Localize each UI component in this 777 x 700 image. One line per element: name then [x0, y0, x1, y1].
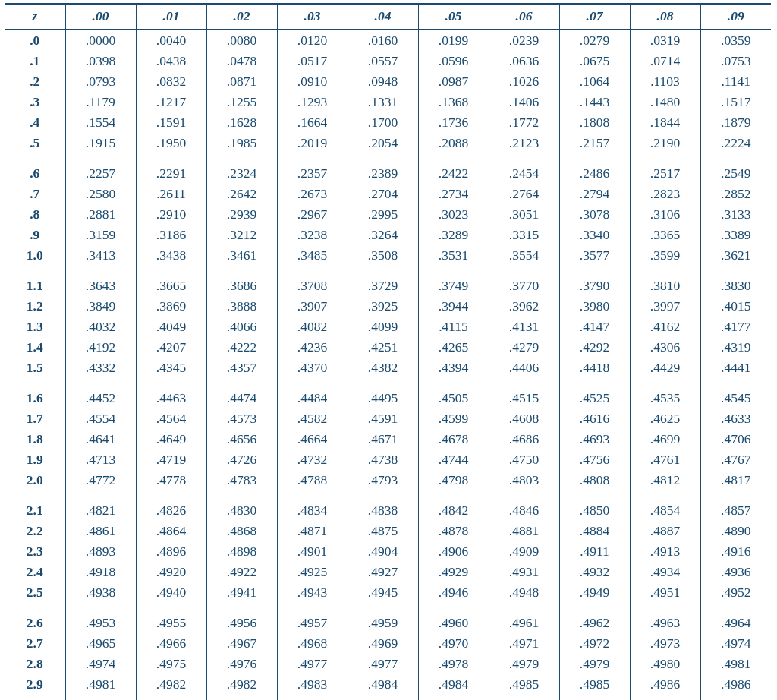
- column-header: .02: [206, 4, 277, 30]
- cell-value: .0517: [277, 51, 348, 71]
- cell-value: .1950: [136, 133, 206, 163]
- table-row: .1.0398.0438.0478.0517.0557.0596.0636.06…: [5, 51, 771, 71]
- cell-value: .2939: [206, 204, 277, 225]
- cell-value: .1368: [418, 92, 489, 112]
- table-row: 3.0.4987.4987.4987.4988.4988.4989.4989.4…: [5, 695, 771, 700]
- cell-value: .1628: [206, 112, 277, 133]
- cell-value: .0199: [418, 30, 489, 51]
- table-row: 1.9.4713.4719.4726.4732.4738.4744.4750.4…: [5, 449, 771, 470]
- cell-value: .4545: [700, 388, 771, 408]
- cell-value: .3485: [277, 245, 348, 276]
- cell-value: .4981: [700, 654, 771, 674]
- cell-value: .4812: [630, 470, 700, 500]
- cell-value: .4744: [418, 449, 489, 470]
- cell-value: .4554: [65, 408, 136, 429]
- cell-value: .3962: [489, 296, 559, 317]
- cell-value: .4962: [559, 613, 630, 633]
- cell-value: .4985: [559, 674, 630, 695]
- cell-value: .4988: [348, 695, 418, 700]
- cell-value: .4973: [630, 633, 700, 654]
- cell-value: .4441: [700, 358, 771, 388]
- table-row: .5.1915.1950.1985.2019.2054.2088.2123.21…: [5, 133, 771, 163]
- cell-value: .4292: [559, 337, 630, 358]
- cell-value: .3810: [630, 276, 700, 296]
- cell-value: .4699: [630, 429, 700, 449]
- cell-value: .4972: [559, 633, 630, 654]
- z-table-body: .0.0000.0040.0080.0120.0160.0199.0239.02…: [5, 30, 771, 700]
- table-row: .6.2257.2291.2324.2357.2389.2422.2454.24…: [5, 163, 771, 184]
- cell-value: .4793: [348, 470, 418, 500]
- cell-value: .4906: [418, 541, 489, 562]
- row-header-z: 2.2: [5, 521, 65, 541]
- table-row: 2.9.4981.4982.4982.4983.4984.4984.4985.4…: [5, 674, 771, 695]
- cell-value: .4864: [136, 521, 206, 541]
- cell-value: .1772: [489, 112, 559, 133]
- cell-value: .3159: [65, 225, 136, 245]
- cell-value: .4957: [277, 613, 348, 633]
- cell-value: .4686: [489, 429, 559, 449]
- cell-value: .4987: [65, 695, 136, 700]
- cell-value: .4904: [348, 541, 418, 562]
- cell-value: .3888: [206, 296, 277, 317]
- cell-value: .4966: [136, 633, 206, 654]
- cell-value: .3212: [206, 225, 277, 245]
- cell-value: .4911: [559, 541, 630, 562]
- cell-value: .0160: [348, 30, 418, 51]
- cell-value: .4798: [418, 470, 489, 500]
- cell-value: .4988: [277, 695, 348, 700]
- table-row: .8.2881.2910.2939.2967.2995.3023.3051.30…: [5, 204, 771, 225]
- row-header-z: 1.7: [5, 408, 65, 429]
- cell-value: .1736: [418, 112, 489, 133]
- table-row: .0.0000.0040.0080.0120.0160.0199.0239.02…: [5, 30, 771, 51]
- cell-value: .4901: [277, 541, 348, 562]
- table-row: .2.0793.0832.0871.0910.0948.0987.1026.10…: [5, 71, 771, 92]
- cell-value: .4976: [206, 654, 277, 674]
- cell-value: .4535: [630, 388, 700, 408]
- cell-value: .1406: [489, 92, 559, 112]
- table-row: 2.2.4861.4864.4868.4871.4875.4878.4881.4…: [5, 521, 771, 541]
- row-header-z: .8: [5, 204, 65, 225]
- cell-value: .4834: [277, 500, 348, 521]
- cell-value: .2967: [277, 204, 348, 225]
- column-header: .05: [418, 4, 489, 30]
- cell-value: .4345: [136, 358, 206, 388]
- cell-value: .1808: [559, 112, 630, 133]
- cell-value: .2823: [630, 184, 700, 204]
- row-header-z: 1.1: [5, 276, 65, 296]
- column-header: .01: [136, 4, 206, 30]
- cell-value: .4983: [277, 674, 348, 695]
- table-row: 1.6.4452.4463.4474.4484.4495.4505.4515.4…: [5, 388, 771, 408]
- cell-value: .4370: [277, 358, 348, 388]
- cell-value: .0120: [277, 30, 348, 51]
- row-header-z: 1.2: [5, 296, 65, 317]
- cell-value: .4981: [65, 674, 136, 695]
- cell-value: .4984: [348, 674, 418, 695]
- cell-value: .3997: [630, 296, 700, 317]
- cell-value: .4515: [489, 388, 559, 408]
- cell-value: .1517: [700, 92, 771, 112]
- cell-value: .3980: [559, 296, 630, 317]
- cell-value: .2611: [136, 184, 206, 204]
- cell-value: .4761: [630, 449, 700, 470]
- cell-value: .3907: [277, 296, 348, 317]
- cell-value: .2422: [418, 163, 489, 184]
- cell-value: .3365: [630, 225, 700, 245]
- cell-value: .4778: [136, 470, 206, 500]
- table-row: 1.7.4554.4564.4573.4582.4591.4599.4608.4…: [5, 408, 771, 429]
- row-header-z: 1.8: [5, 429, 65, 449]
- cell-value: .4838: [348, 500, 418, 521]
- cell-value: .3925: [348, 296, 418, 317]
- cell-value: .4484: [277, 388, 348, 408]
- row-header-z: .4: [5, 112, 65, 133]
- cell-value: .4884: [559, 521, 630, 541]
- cell-value: .4641: [65, 429, 136, 449]
- cell-value: .4429: [630, 358, 700, 388]
- cell-value: .4878: [418, 521, 489, 541]
- cell-value: .2549: [700, 163, 771, 184]
- cell-value: .4989: [489, 695, 559, 700]
- cell-value: .4564: [136, 408, 206, 429]
- table-row: 2.4.4918.4920.4922.4925.4927.4929.4931.4…: [5, 562, 771, 582]
- cell-value: .4940: [136, 582, 206, 613]
- cell-value: .4875: [348, 521, 418, 541]
- cell-value: .3944: [418, 296, 489, 317]
